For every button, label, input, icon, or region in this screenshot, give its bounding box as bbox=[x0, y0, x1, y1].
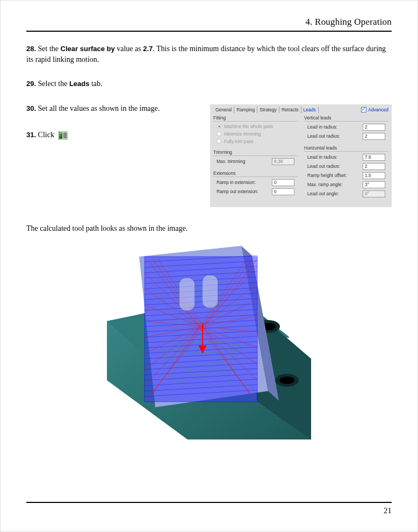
field-label: Ramp in extension: bbox=[217, 180, 256, 185]
step-number: 31. bbox=[26, 131, 36, 139]
step-number: 30. bbox=[26, 104, 36, 112]
tab-leads[interactable]: Leads bbox=[301, 107, 319, 113]
checkbox-icon: ✓ bbox=[361, 107, 366, 112]
text: Set all the values as shown in the image… bbox=[38, 104, 160, 112]
page-footer: 21 bbox=[26, 502, 392, 515]
hlead-in-radius-input[interactable]: 7.6 bbox=[363, 154, 385, 161]
svg-rect-5 bbox=[60, 136, 60, 136]
field-label: Lead out radius: bbox=[307, 133, 340, 139]
radio-icon bbox=[217, 124, 221, 129]
tab-general[interactable]: General bbox=[213, 107, 234, 113]
text: Set the bbox=[38, 45, 61, 53]
radio-machine-whole-pass[interactable]: Machine the whole pass bbox=[213, 123, 298, 130]
hlead-out-radius-input[interactable]: 2 bbox=[363, 163, 385, 170]
radio-icon bbox=[217, 139, 221, 144]
tab-bar: General Ramping Strategy Retracts Leads … bbox=[213, 107, 388, 113]
ramp-out-extension-input[interactable]: 0 bbox=[272, 188, 294, 195]
group-legend: Horizontal leads bbox=[304, 145, 388, 152]
step-number: 28. bbox=[26, 45, 36, 53]
group-legend: Extensions bbox=[213, 171, 298, 177]
field-label: Lead out radius: bbox=[307, 164, 340, 169]
max-ramp-angle-input[interactable]: 3° bbox=[363, 181, 385, 188]
vlead-out-radius-input[interactable]: 2 bbox=[363, 133, 385, 140]
trimming-group: Trimming Max. trimming 8.36 bbox=[213, 150, 298, 166]
field-label: Lead in radius: bbox=[307, 124, 337, 130]
bold-text: Leads bbox=[69, 80, 90, 88]
tab-strategy[interactable]: Strategy bbox=[257, 107, 279, 113]
radio-minimize-trimming[interactable]: Minimize trimming bbox=[213, 130, 298, 138]
horizontal-leads-group: Horizontal leads Lead in radius: 7.6 Lea… bbox=[304, 145, 388, 198]
svg-rect-7 bbox=[63, 133, 67, 138]
ramp-in-extension-input[interactable]: 0 bbox=[272, 179, 294, 186]
group-legend: Vertical leads bbox=[304, 115, 388, 122]
svg-rect-3 bbox=[60, 134, 60, 135]
header-title: 4. Roughing Operation bbox=[306, 17, 392, 27]
group-legend: Trimming bbox=[213, 150, 298, 156]
radio-label: Fully trim pass bbox=[224, 139, 254, 144]
fitting-group: Fitting Machine the whole pass Minimize … bbox=[213, 115, 298, 145]
text: tab. bbox=[89, 80, 102, 88]
radio-icon bbox=[217, 131, 221, 136]
page-number: 21 bbox=[384, 506, 392, 515]
step-28: 28. Set the Clear surface by value as 2.… bbox=[26, 44, 392, 65]
group-legend: Fitting bbox=[213, 115, 298, 122]
text: value as bbox=[115, 45, 143, 53]
radio-label: Machine the whole pass bbox=[224, 124, 273, 129]
lead-out-angle-input[interactable]: 0° bbox=[363, 190, 385, 197]
ramp-height-offset-input[interactable]: 1.5 bbox=[363, 172, 385, 179]
result-text: The calculated tool path looks as shown … bbox=[26, 224, 392, 233]
radio-label: Minimize trimming bbox=[224, 131, 261, 137]
svg-rect-26 bbox=[203, 275, 218, 308]
toolpath-visualization bbox=[107, 240, 311, 439]
leads-panel: General Ramping Strategy Retracts Leads … bbox=[210, 104, 392, 207]
tab-ramping[interactable]: Ramping bbox=[234, 107, 257, 113]
svg-rect-2 bbox=[60, 133, 62, 134]
svg-rect-25 bbox=[179, 278, 194, 310]
svg-point-15 bbox=[279, 377, 294, 384]
field-label: Max. trimming bbox=[217, 159, 245, 164]
max-trimming-input[interactable]: 8.36 bbox=[272, 158, 294, 165]
advanced-checkbox[interactable]: ✓ Advanced bbox=[361, 107, 388, 112]
radio-fully-trim-pass[interactable]: Fully trim pass bbox=[213, 138, 298, 145]
advanced-label: Advanced bbox=[368, 107, 388, 112]
field-label: Ramp height offset: bbox=[307, 173, 347, 178]
text: Select the bbox=[38, 80, 69, 88]
field-label: Max. ramp angle: bbox=[307, 182, 343, 187]
step-number: 29. bbox=[26, 80, 36, 88]
svg-rect-6 bbox=[61, 136, 61, 136]
field-label: Lead out angle: bbox=[307, 191, 339, 196]
bold-text: Clear surface by bbox=[61, 45, 115, 53]
field-label: Lead in radius: bbox=[307, 154, 337, 160]
text: Click bbox=[38, 131, 56, 139]
calculate-icon bbox=[58, 131, 68, 140]
vlead-in-radius-input[interactable]: 2 bbox=[363, 124, 385, 131]
tab-retracts[interactable]: Retracts bbox=[279, 107, 301, 113]
field-label: Ramp out extension: bbox=[217, 189, 258, 194]
page-header: 4. Roughing Operation bbox=[26, 17, 392, 32]
extensions-group: Extensions Ramp in extension: 0 Ramp out… bbox=[213, 171, 298, 196]
step-29: 29. Select the Leads tab. bbox=[26, 79, 392, 89]
vertical-leads-group: Vertical leads Lead in radius: 2 Lead ou… bbox=[304, 115, 388, 141]
bold-text: 2.7 bbox=[143, 45, 153, 53]
svg-rect-4 bbox=[61, 134, 61, 135]
